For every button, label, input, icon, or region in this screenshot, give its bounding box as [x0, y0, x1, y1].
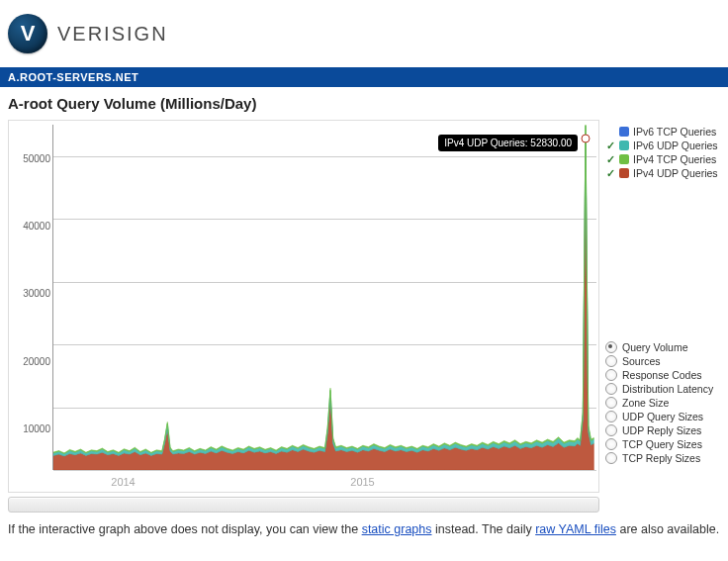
legend: IPv6 TCP Queries✓IPv6 UDP Queries✓IPv4 T… [605, 120, 720, 179]
metric-radio[interactable]: Response Codes [605, 369, 720, 381]
metric-radio[interactable]: UDP Query Sizes [605, 411, 720, 422]
legend-item[interactable]: IPv6 TCP Queries [605, 126, 720, 138]
metric-radio[interactable]: Zone Size [605, 397, 720, 409]
legend-swatch [619, 154, 629, 164]
y-axis-tick: 30000 [13, 288, 50, 299]
radio-label: Sources [622, 355, 661, 367]
radio-icon [605, 341, 617, 353]
y-axis-tick: 10000 [13, 422, 50, 433]
radio-label: Zone Size [622, 397, 669, 409]
radio-icon [605, 438, 617, 450]
radio-label: TCP Query Sizes [622, 438, 702, 450]
raw-yaml-link[interactable]: raw YAML files [535, 522, 616, 536]
radio-label: Distribution Latency [622, 383, 713, 395]
legend-label: IPv6 TCP Queries [633, 126, 716, 138]
legend-swatch [619, 168, 629, 178]
legend-label: IPv4 UDP Queries [633, 167, 718, 179]
legend-item[interactable]: ✓IPv4 TCP Queries [605, 153, 720, 165]
chart-tooltip: IPv4 UDP Queries: 52830.00 [438, 135, 578, 151]
metric-radio[interactable]: Query Volume [605, 341, 720, 353]
verisign-logo-icon: V [8, 14, 47, 53]
radio-icon [605, 411, 617, 422]
metric-radio[interactable]: TCP Reply Sizes [605, 452, 720, 464]
radio-label: Query Volume [622, 341, 688, 353]
metric-radio[interactable]: UDP Reply Sizes [605, 424, 720, 436]
metric-radio-group: Query VolumeSourcesResponse CodesDistrib… [605, 341, 720, 464]
metric-radio[interactable]: Sources [605, 355, 720, 367]
y-axis-tick: 20000 [13, 355, 50, 366]
static-graphs-link[interactable]: static graphs [362, 522, 432, 536]
legend-check-icon: ✓ [605, 167, 615, 179]
radio-label: TCP Reply Sizes [622, 452, 700, 464]
radio-icon [605, 355, 617, 367]
legend-item[interactable]: ✓IPv4 UDP Queries [605, 167, 720, 179]
y-axis-tick: 40000 [13, 221, 50, 232]
y-axis-tick: 50000 [13, 153, 50, 164]
legend-item[interactable]: ✓IPv6 UDP Queries [605, 140, 720, 151]
x-axis-tick: 2014 [111, 476, 135, 488]
radio-label: Response Codes [622, 369, 702, 381]
legend-check-icon: ✓ [605, 140, 615, 151]
footer-note: If the interactive graph above does not … [8, 522, 720, 536]
legend-swatch [619, 127, 629, 137]
radio-icon [605, 369, 617, 381]
x-axis-tick: 2015 [350, 476, 374, 488]
radio-icon [605, 383, 617, 395]
legend-swatch [619, 140, 629, 150]
side-panel: IPv6 TCP Queries✓IPv6 UDP Queries✓IPv4 T… [605, 120, 720, 513]
data-point-marker [582, 134, 591, 142]
header: V VERISIGN [8, 8, 720, 63]
chart-row: IPv4 UDP Queries: 52830.00 1000020000300… [8, 120, 720, 513]
radio-label: UDP Query Sizes [622, 411, 703, 422]
brand-name: VERISIGN [57, 23, 168, 46]
legend-check-icon: ✓ [605, 153, 615, 165]
radio-label: UDP Reply Sizes [622, 424, 701, 436]
radio-icon [605, 424, 617, 436]
radio-icon [605, 452, 617, 464]
breadcrumb[interactable]: A.ROOT-SERVERS.NET [0, 67, 728, 87]
legend-label: IPv6 UDP Queries [633, 140, 718, 151]
metric-radio[interactable]: Distribution Latency [605, 383, 720, 395]
chart-title: A-root Query Volume (Millions/Day) [8, 95, 720, 112]
metric-radio[interactable]: TCP Query Sizes [605, 438, 720, 450]
chart-scrollbar[interactable] [8, 497, 599, 513]
radio-icon [605, 397, 617, 409]
legend-label: IPv4 TCP Queries [633, 153, 716, 165]
chart-area[interactable]: IPv4 UDP Queries: 52830.00 1000020000300… [8, 120, 599, 493]
